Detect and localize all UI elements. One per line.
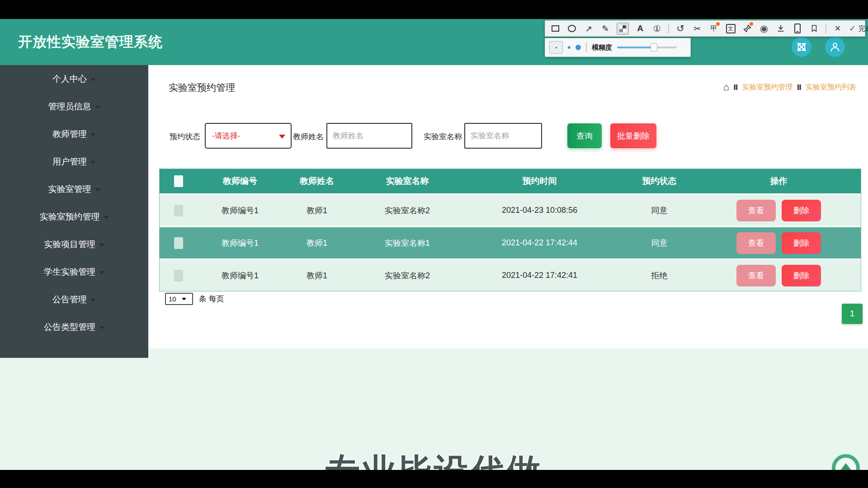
toolbar-divider [668,23,669,33]
sidebar-item-student-experiment-mgmt[interactable]: 学生实验管理 [0,258,148,286]
chevron-down-icon [90,78,96,81]
chevron-down-icon [95,188,100,192]
screen: 开放性实验室管理系统 ↗ ✎ A ① ↺ ✂ 甲 文 [0,0,868,488]
breadcrumb-link-reservation-list[interactable]: 实验室预约列表 [806,83,856,92]
undo-icon[interactable]: ↺ [675,23,686,34]
status-badge: 同意 [622,205,697,216]
scissors-icon[interactable]: ✂ [692,23,703,34]
phone-icon[interactable] [792,23,803,34]
status-select[interactable]: -请选择- [205,123,292,149]
view-button[interactable]: 查看 [736,232,776,254]
app-title: 开放性实验室管理系统 [18,33,163,52]
rectangle-tool-icon[interactable] [550,23,561,34]
status-filter-label: 预约状态 [170,131,200,142]
sidebar-item-personal-center[interactable]: 个人中心 [0,65,148,93]
teacher-name-input[interactable] [326,123,412,149]
sidebar-item-lab-reservation-mgmt[interactable]: 实验室预约管理 [0,203,148,230]
letterbox-bottom [0,470,868,488]
view-button[interactable]: 查看 [736,200,776,221]
text-tool-icon[interactable]: A [635,23,646,34]
reservation-table: 教师编号 教师姓名 实验室名称 预约时间 预约状态 操作 教师编号1 教师1 实… [159,169,861,291]
row-checkbox[interactable] [174,270,183,282]
blur-slider-handle[interactable] [651,43,657,52]
sidebar-item-admin-info[interactable]: 管理员信息 [0,93,148,120]
per-page-label: 条 每页 [199,294,224,304]
sidebar-item-notice-mgmt[interactable]: 公告管理 [0,286,148,313]
chevron-down-icon [99,244,104,247]
user-button[interactable] [825,37,845,57]
annotation-options-bar: 模糊度 [545,38,691,57]
toolbar-divider [826,23,826,33]
arrow-tool-icon[interactable]: ↗ [583,23,594,34]
table-row: 教师编号1 教师1 实验室名称2 2021-04-22 17:42:41 拒绝 … [160,258,861,291]
status-badge: 同意 [622,238,697,249]
toolbar-divider [586,42,587,52]
bookmark-icon[interactable] [809,23,820,34]
breadcrumb: ⌂ Ⅱ 实验室预约管理 Ⅱ 实验室预约列表 [723,82,856,92]
stroke-size-small-selected[interactable] [549,41,563,54]
mosaic-tool-icon[interactable] [617,23,629,35]
letterbox-top [0,0,868,19]
sidebar-item-teacher-mgmt[interactable]: 教师管理 [0,120,148,148]
close-icon[interactable]: × [832,23,843,34]
annotation-toolbar: ↗ ✎ A ① ↺ ✂ 甲 文 ◉ × ✓ 完成 [545,20,865,37]
chevron-down-icon [104,216,109,219]
breadcrumb-link-reservation-mgmt[interactable]: 实验室预约管理 [742,83,793,92]
ellipse-tool-icon[interactable] [566,23,577,34]
pen-tool-icon[interactable]: ✎ [600,23,611,34]
check-icon: ✓ [849,23,856,33]
chevron-down-icon [95,106,100,109]
chevron-down-icon [90,133,96,136]
watermark-text: 专业毕设代做 [0,449,868,470]
download-icon[interactable] [775,23,786,34]
status-badge: 拒绝 [622,270,697,281]
page-title: 实验室预约管理 [169,81,235,94]
row-checkbox[interactable] [174,205,183,216]
chevron-down-icon [279,135,285,139]
chevron-down-icon [99,326,104,329]
table-row-highlighted: 教师编号1 教师1 实验室名称1 2021-04-22 17:42:44 同意 … [160,226,861,258]
select-all-checkbox[interactable] [174,175,183,187]
sidebar-item-lab-mgmt[interactable]: 实验室管理 [0,175,148,203]
row-checkbox[interactable] [174,237,183,249]
pin-icon[interactable] [742,23,753,34]
home-icon[interactable]: ⌂ [723,82,729,92]
delete-button[interactable]: 删除 [782,200,821,221]
translate-icon[interactable]: 甲 [708,23,719,34]
expand-arrows-icon [796,42,807,52]
lab-name-input[interactable] [464,123,542,149]
batch-delete-button[interactable]: 批量删除 [610,123,656,148]
teacher-name-label: 教师姓名 [293,131,324,142]
delete-button[interactable]: 删除 [782,265,821,286]
sidebar: 个人中心 管理员信息 教师管理 用户管理 实验室管理 实验室预约管理 实验项目管… [0,65,148,358]
chevron-down-icon [182,298,186,300]
chevron-down-icon [99,271,104,274]
delete-button[interactable]: 删除 [782,232,821,254]
chevron-down-icon [90,161,96,164]
page-1-button[interactable]: 1 [842,304,863,324]
ocr-icon[interactable]: 文 [725,23,736,34]
done-button[interactable]: ✓ 完成 [849,23,868,33]
footer-band: 专业毕设代做 [0,348,868,470]
stroke-size-large[interactable] [576,45,581,50]
record-icon[interactable]: ◉ [759,23,769,34]
chevron-down-icon [90,299,96,302]
fullscreen-button[interactable] [792,37,811,57]
search-button[interactable]: 查询 [567,123,602,148]
page-size-select[interactable]: 10 [165,293,193,305]
sidebar-item-user-mgmt[interactable]: 用户管理 [0,148,148,175]
table-row: 教师编号1 教师1 实验室名称2 2021-04-23 10:08:56 同意 … [160,193,861,226]
sidebar-item-experiment-project-mgmt[interactable]: 实验项目管理 [0,230,148,258]
lab-name-label: 实验室名称 [424,131,462,142]
table-header-row: 教师编号 教师姓名 实验室名称 预约时间 预约状态 操作 [160,169,861,193]
blur-label: 模糊度 [592,43,612,52]
blur-slider[interactable] [617,43,677,52]
view-button[interactable]: 查看 [736,265,776,286]
user-icon [829,41,841,53]
stroke-size-medium[interactable] [568,46,571,49]
sidebar-item-notice-type-mgmt[interactable]: 公告类型管理 [0,313,148,341]
number-badge-tool-icon[interactable]: ① [651,23,662,34]
